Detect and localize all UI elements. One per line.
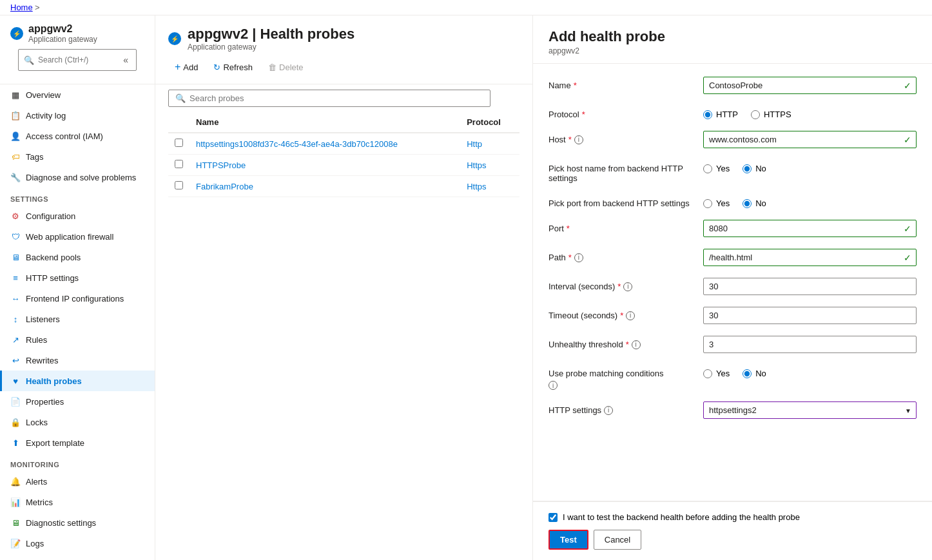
sidebar-item-activity-log-label: Activity log: [26, 111, 66, 121]
use-probe-no-option[interactable]: No: [743, 369, 766, 378]
sidebar-item-diagnose-label: Diagnose and solve problems: [26, 173, 136, 182]
breadcrumb-home[interactable]: Home: [10, 3, 33, 12]
sidebar-item-diagnose[interactable]: 🔧 Diagnose and solve problems: [0, 167, 155, 188]
sidebar-item-rewrites-label: Rewrites: [26, 356, 59, 365]
search-icon: 🔍: [24, 55, 34, 65]
monitoring-section-label: Monitoring: [0, 453, 155, 471]
use-probe-yes-option[interactable]: Yes: [703, 369, 730, 378]
pick-port-no-radio[interactable]: [743, 199, 752, 208]
name-input[interactable]: [703, 77, 917, 94]
port-required: *: [567, 224, 570, 233]
http-settings-info-icon[interactable]: i: [604, 406, 613, 415]
probe-search-input[interactable]: [189, 93, 483, 103]
refresh-label: Refresh: [223, 63, 253, 72]
sidebar-item-logs[interactable]: 📝 Logs: [0, 533, 155, 554]
probe-search-box[interactable]: 🔍: [168, 90, 490, 107]
delete-label: Delete: [279, 63, 304, 72]
sidebar-item-rewrites[interactable]: ↩ Rewrites: [0, 350, 155, 371]
cancel-button[interactable]: Cancel: [594, 530, 641, 550]
use-probe-yes-radio[interactable]: [703, 369, 712, 378]
path-input[interactable]: [703, 249, 917, 266]
unhealthy-input[interactable]: [703, 336, 917, 353]
sidebar-item-export-template[interactable]: ⬆ Export template: [0, 432, 155, 453]
pick-port-yes-radio[interactable]: [703, 199, 712, 208]
host-input[interactable]: [703, 131, 917, 148]
interval-required: *: [617, 282, 621, 291]
sidebar-search-input[interactable]: [38, 55, 117, 64]
pick-port-no-option[interactable]: No: [743, 198, 766, 208]
protocol-https-option[interactable]: HTTPS: [751, 110, 791, 119]
sidebar-item-waf[interactable]: 🛡 Web application firewall: [0, 226, 155, 247]
sidebar-item-alerts[interactable]: 🔔 Alerts: [0, 471, 155, 492]
content-area: ⚡ appgwv2 | Health probes Application ga…: [155, 15, 532, 560]
port-input[interactable]: [703, 220, 917, 237]
delete-button[interactable]: 🗑 Delete: [262, 59, 310, 75]
form-row-port: Port * ✓: [549, 220, 917, 237]
timeout-required: *: [620, 311, 623, 320]
protocol-required: *: [582, 110, 585, 119]
pick-host-label: Pick host name from backend HTTP setting…: [549, 160, 690, 183]
row-2-name[interactable]: FabrikamProbe: [189, 176, 460, 197]
sidebar-item-listeners[interactable]: ↕ Listeners: [0, 309, 155, 329]
sidebar-item-rules[interactable]: ↗ Rules: [0, 329, 155, 350]
refresh-button[interactable]: ↻ Refresh: [207, 59, 259, 75]
sidebar-item-properties[interactable]: 📄 Properties: [0, 391, 155, 412]
sidebar-item-export-template-label: Export template: [26, 438, 84, 448]
pick-host-yes-radio[interactable]: [703, 164, 712, 173]
row-0-name[interactable]: httpsettings1008fd37c-46c5-43ef-ae4a-3db…: [189, 133, 460, 155]
interval-info-icon[interactable]: i: [623, 282, 632, 291]
use-probe-no-radio[interactable]: [743, 369, 752, 378]
http-settings-select[interactable]: httpsettings2: [703, 401, 917, 419]
sidebar-item-health-probes-label: Health probes: [26, 376, 82, 386]
delete-icon: 🗑: [268, 63, 277, 72]
test-button[interactable]: Test: [549, 530, 588, 550]
host-info-icon[interactable]: i: [574, 135, 583, 144]
sidebar-item-access-control[interactable]: 👤 Access control (IAM): [0, 126, 155, 146]
overview-icon: ▦: [10, 90, 21, 100]
form-row-pick-host: Pick host name from backend HTTP setting…: [549, 160, 917, 183]
add-button[interactable]: + Add: [168, 58, 204, 76]
protocol-http-radio[interactable]: [703, 110, 712, 119]
sidebar-item-diagnostic-settings[interactable]: 🖥 Diagnostic settings: [0, 512, 155, 533]
interval-input[interactable]: [703, 278, 917, 295]
sidebar-item-frontend-ip[interactable]: ↔ Frontend IP configurations: [0, 288, 155, 309]
sidebar-item-configuration[interactable]: ⚙ Configuration: [0, 206, 155, 226]
sidebar-item-metrics[interactable]: 📊 Metrics: [0, 492, 155, 512]
table-row: httpsettings1008fd37c-46c5-43ef-ae4a-3db…: [168, 133, 519, 155]
form-row-pick-port: Pick port from backend HTTP settings Yes…: [549, 195, 917, 208]
sidebar-item-tags[interactable]: 🏷 Tags: [0, 146, 155, 167]
sidebar-item-backend-pools[interactable]: 🖥 Backend pools: [0, 247, 155, 267]
host-required: *: [568, 135, 572, 144]
sidebar-item-locks-label: Locks: [26, 418, 48, 427]
table-select-all-header: [168, 112, 189, 133]
row-0-checkbox[interactable]: [175, 139, 183, 147]
pick-port-yes-option[interactable]: Yes: [703, 198, 730, 208]
use-probe-info-icon[interactable]: i: [549, 381, 558, 390]
protocol-https-label: HTTPS: [764, 110, 791, 119]
unhealthy-control: [703, 336, 917, 353]
settings-section-label: Settings: [0, 188, 155, 206]
use-probe-control: Yes No: [703, 365, 917, 378]
sidebar-item-http-settings[interactable]: ≡ HTTP settings: [0, 267, 155, 288]
row-1-checkbox[interactable]: [175, 160, 183, 168]
pick-host-no-radio[interactable]: [743, 164, 752, 173]
sidebar-item-overview[interactable]: ▦ Overview: [0, 84, 155, 105]
access-control-icon: 👤: [10, 131, 21, 141]
sidebar-item-locks[interactable]: 🔒 Locks: [0, 412, 155, 432]
sidebar-item-health-probes[interactable]: ♥ Health probes: [0, 371, 155, 391]
timeout-info-icon[interactable]: i: [626, 311, 635, 320]
path-info-icon[interactable]: i: [574, 253, 583, 262]
sidebar-search-box[interactable]: 🔍 «: [18, 49, 137, 71]
protocol-https-radio[interactable]: [751, 110, 760, 119]
protocol-http-option[interactable]: HTTP: [703, 110, 738, 119]
pick-host-no-option[interactable]: No: [743, 164, 766, 173]
row-1-name[interactable]: HTTPSProbe: [189, 155, 460, 176]
pick-host-yes-option[interactable]: Yes: [703, 164, 730, 173]
sidebar-item-activity-log[interactable]: 📋 Activity log: [0, 105, 155, 126]
collapse-sidebar-icon[interactable]: «: [121, 52, 131, 68]
pick-port-radio-group: Yes No: [703, 195, 917, 208]
timeout-input[interactable]: [703, 307, 917, 324]
test-backend-checkbox[interactable]: [549, 513, 558, 522]
unhealthy-info-icon[interactable]: i: [632, 340, 641, 349]
row-2-checkbox[interactable]: [175, 181, 183, 189]
